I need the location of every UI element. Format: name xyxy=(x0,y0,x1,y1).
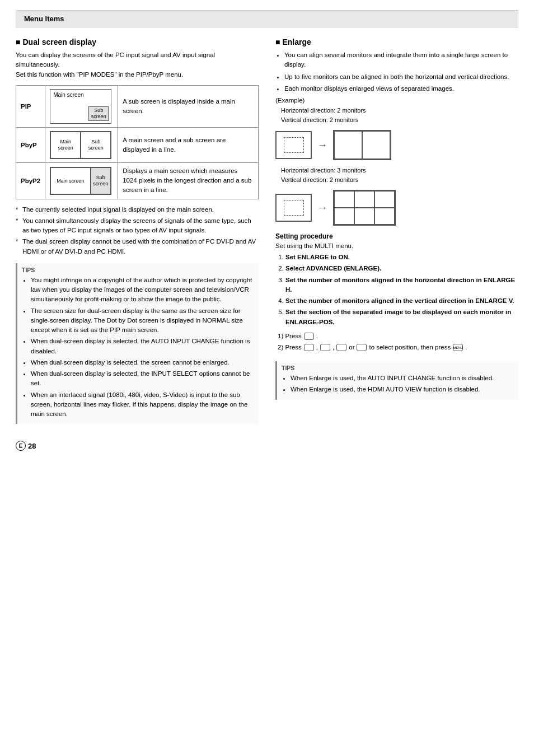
sp-step-4: Set the number of monitors aligned in th… xyxy=(285,296,518,306)
dotted-rect-1 xyxy=(284,137,304,153)
pip-label: PIP xyxy=(16,85,45,127)
page: Menu Items Dual screen display You can d… xyxy=(0,0,534,756)
grid3-cell-4 xyxy=(334,208,354,225)
example-v2: Vertical direction: 2 monitors xyxy=(281,115,518,125)
pbyp-row: PbyP Mainscreen Subscreen A main screen … xyxy=(16,127,259,162)
page-header: Menu Items xyxy=(16,10,518,27)
dual-screen-desc: You can display the screens of the PC in… xyxy=(16,50,259,80)
dotted-rect-2 xyxy=(284,200,304,216)
left-tip-6: When an interlaced signal (1080i, 480i, … xyxy=(31,390,254,419)
enlarge-bullet-2: Up to five monitors can be aligned in bo… xyxy=(284,72,518,82)
left-button-icon xyxy=(336,344,346,351)
monitor-single-2 xyxy=(275,194,312,222)
monitor-grid-2x1 xyxy=(333,130,391,160)
left-column: Dual screen display You can display the … xyxy=(16,38,259,424)
note-3: The dual screen display cannot be used w… xyxy=(16,237,259,256)
pbyp2-diagram-box: Main screen Subscreen xyxy=(50,167,111,195)
pbyp2-row: PbyP2 Main screen Subscreen Displays a m… xyxy=(16,162,259,199)
enlarge-bullet-1: You can align several monitors and integ… xyxy=(284,50,518,70)
right-tips-label: TIPS xyxy=(282,365,514,371)
right-column: Enlarge You can align several monitors a… xyxy=(275,38,518,424)
dual-screen-title: Dual screen display xyxy=(16,38,259,46)
grid3-cell-6 xyxy=(374,208,395,225)
left-tips-box: TIPS You might infringe on a copyright o… xyxy=(16,263,259,424)
grid-cell-2 xyxy=(362,131,390,159)
page-title: Menu Items xyxy=(24,15,64,23)
sp-steps-list: Set ENLARGE to ON. Select ADVANCED (ENLA… xyxy=(275,253,518,327)
menu-button-icon xyxy=(453,344,463,351)
monitor-grid-3x2 xyxy=(333,190,396,226)
sp-step-3: Set the number of monitors aligned in th… xyxy=(285,276,518,295)
pbyp-desc: A main screen and a sub screen are displ… xyxy=(118,127,259,162)
up-button-icon xyxy=(304,344,314,351)
pbyp-diagram-box: Mainscreen Subscreen xyxy=(50,131,111,159)
sp-step-1: Set ENLARGE to ON. xyxy=(285,253,518,262)
example-sub-2: Horizontal direction: 3 monitors Vertica… xyxy=(275,166,518,184)
right-tips-box: TIPS When Enlarge is used, the AUTO INPU… xyxy=(275,361,518,400)
desc-line-1: You can display the screens of the PC in… xyxy=(16,52,215,68)
pbyp2-desc: Displays a main screen which measures 10… xyxy=(118,162,259,199)
press-step-2: 2) Press , , or to select position, then… xyxy=(278,342,518,353)
note-1: The currently selected input signal is d… xyxy=(16,205,259,214)
pbyp2-sub: Subscreen xyxy=(91,167,111,194)
pbyp-main: Mainscreen xyxy=(50,132,81,158)
page-number-area: E 28 xyxy=(16,441,518,451)
grid-cell-1 xyxy=(334,131,362,159)
enlarge-bullets: You can align several monitors and integ… xyxy=(275,50,518,94)
down-button-icon xyxy=(320,344,330,351)
sp-step-5: Set the section of the separated image t… xyxy=(285,307,518,327)
right-tip-2: When Enlarge is used, the HDMI AUTO VIEW… xyxy=(291,385,514,394)
input-button-icon xyxy=(304,333,314,340)
sp-step-2: Select ADVANCED (ENLARGE). xyxy=(285,264,518,273)
pip-diagram: Main screen Subscreen xyxy=(45,85,118,127)
grid3-cell-5 xyxy=(354,208,374,225)
left-tips-list: You might infringe on a copyright of the… xyxy=(22,276,254,419)
press-step-1: 1) Press . xyxy=(278,330,518,342)
right-tip-1: When Enlarge is used, the AUTO INPUT CHA… xyxy=(291,374,514,383)
dual-screen-notes: The currently selected input signal is d… xyxy=(16,205,259,256)
right-tips-list: When Enlarge is used, the AUTO INPUT CHA… xyxy=(282,374,514,395)
note-2: You cannot simultaneously display the sc… xyxy=(16,216,259,236)
left-tips-label: TIPS xyxy=(22,267,254,273)
page-number: 28 xyxy=(28,442,36,450)
pbyp-diagram: Mainscreen Subscreen xyxy=(45,127,118,162)
left-tip-2: The screen size for dual-screen display … xyxy=(31,306,254,335)
monitor-single-1 xyxy=(275,131,312,159)
pip-sub-box: Subscreen xyxy=(88,106,109,121)
left-tip-5: When dual-screen display is selected, th… xyxy=(31,369,254,389)
example-h3: Horizontal direction: 3 monitors xyxy=(281,166,518,175)
desc-line-2: Set this function with "PIP MODES" in th… xyxy=(16,71,183,78)
pbyp2-main: Main screen xyxy=(50,167,90,194)
pbyp2-diagram: Main screen Subscreen xyxy=(45,162,118,199)
setting-procedure: Setting procedure Set using the MULTI me… xyxy=(275,232,518,353)
example-v2b: Vertical direction: 2 monitors xyxy=(281,175,518,185)
left-tip-1: You might infringe on a copyright of the… xyxy=(31,276,254,305)
enlarge-bullet-3: Each monitor displays enlarged views of … xyxy=(284,84,518,94)
left-tip-4: When dual-screen display is selected, th… xyxy=(31,358,254,367)
pbyp-sub: Subscreen xyxy=(81,132,111,158)
sp-sub: Set using the MULTI menu. xyxy=(275,242,518,249)
arrow-2: → xyxy=(317,202,327,214)
example-label: (Example) xyxy=(275,97,518,104)
pip-row: PIP Main screen Subscreen A sub screen i… xyxy=(16,85,259,127)
grid3-cell-3 xyxy=(374,191,395,208)
pip-main-label: Main screen xyxy=(53,92,83,98)
grid3-cell-2 xyxy=(354,191,374,208)
pbyp2-label: PbyP2 xyxy=(16,162,45,199)
monitor-row-2: → xyxy=(275,190,518,226)
example-h2: Horizontal direction: 2 monitors xyxy=(281,106,518,115)
right-button-icon xyxy=(357,344,367,351)
grid3-cell-1 xyxy=(334,191,354,208)
left-tip-3: When dual-screen display is selected, th… xyxy=(31,337,254,356)
arrow-1: → xyxy=(317,139,327,151)
pip-table: PIP Main screen Subscreen A sub screen i… xyxy=(16,85,259,199)
enlarge-title: Enlarge xyxy=(275,38,518,46)
pip-diagram-box: Main screen Subscreen xyxy=(50,89,111,124)
pip-desc: A sub screen is displayed inside a main … xyxy=(118,85,259,127)
press-steps: 1) Press . 2) Press , , or to sele xyxy=(278,330,518,353)
pbyp-label: PbyP xyxy=(16,127,45,162)
monitor-row-1: → xyxy=(275,130,518,160)
main-content: Dual screen display You can display the … xyxy=(16,38,518,424)
sp-title: Setting procedure xyxy=(275,232,518,240)
circle-e-icon: E xyxy=(16,441,26,451)
